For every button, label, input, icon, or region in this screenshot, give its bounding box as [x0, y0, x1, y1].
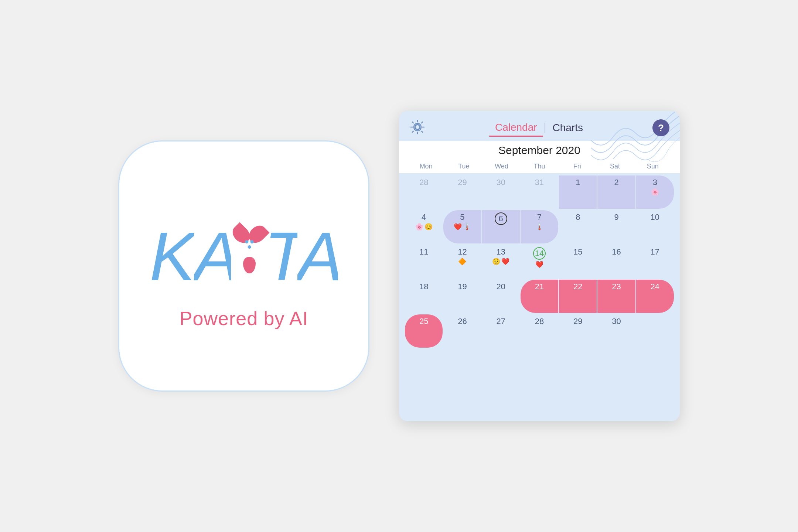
calendar-tab[interactable]: Calendar	[489, 119, 543, 137]
cal-day-22[interactable]: 22	[559, 280, 597, 313]
cal-day-26[interactable]: 26	[443, 314, 481, 348]
month-year-title: September 2020	[405, 141, 674, 161]
calendar-app: Calendar Charts ? September 2020 Mon Tue…	[399, 111, 680, 421]
day-sat: Sat	[596, 161, 634, 173]
letter-k: K	[150, 214, 194, 287]
cal-day-9[interactable]: 9	[597, 210, 635, 243]
powered-by-ai-label: Powered by AI	[180, 307, 308, 330]
cal-day-17[interactable]: 17	[636, 245, 674, 278]
letter-a1: A	[194, 214, 231, 287]
day-3-icons: 🌸	[651, 189, 659, 195]
day-wed: Wed	[483, 161, 521, 173]
cal-day-18[interactable]: 18	[405, 280, 443, 313]
app-card: K A	[118, 140, 369, 392]
cal-day-3[interactable]: 3 🌸	[636, 175, 674, 209]
cal-day-7[interactable]: 7 🌡️	[521, 210, 558, 243]
cal-day-8[interactable]: 8	[559, 210, 597, 243]
calendar-week-1: 28 29 30 31 1 2 3 🌸	[405, 175, 674, 209]
cal-day-13[interactable]: 13 😟 ❤️	[482, 245, 520, 278]
svg-point-6	[415, 125, 420, 129]
day-fri: Fri	[558, 161, 596, 173]
day-13-icons: 😟 ❤️	[492, 258, 509, 265]
cal-day-14[interactable]: 14 ❤️	[521, 245, 558, 278]
cal-day-11[interactable]: 11	[405, 245, 443, 278]
cal-day-31-prev[interactable]: 31	[521, 175, 558, 209]
day-sun: Sun	[634, 161, 672, 173]
cal-day-6[interactable]: 6	[482, 210, 520, 243]
svg-text:A: A	[194, 218, 231, 287]
help-button[interactable]: ?	[652, 119, 669, 136]
cal-day-12[interactable]: 12 🔶	[443, 245, 481, 278]
cal-day-4[interactable]: 4 🌸 😊	[405, 210, 443, 243]
cal-day-2[interactable]: 2	[597, 175, 635, 209]
gear-icon	[409, 119, 426, 135]
calendar-week-2: 4 🌸 😊 5 ❤️ 🌡️ 6 7 🌡️	[405, 210, 674, 243]
svg-text:A: A	[297, 218, 338, 287]
day-headers: Mon Tue Wed Thu Fri Sat Sun	[405, 161, 674, 173]
letter-t: T	[268, 214, 297, 287]
settings-button[interactable]	[409, 119, 426, 137]
day-12-icons: 🔶	[458, 258, 466, 265]
calendar-week-5: 25 26 27 28 29 30	[405, 314, 674, 348]
day-14-icons: ❤️	[535, 261, 543, 268]
cal-day-5[interactable]: 5 ❤️ 🌡️	[443, 210, 481, 243]
cal-day-30[interactable]: 30	[597, 314, 635, 348]
nav-tabs: Calendar Charts	[489, 119, 589, 137]
cal-day-19[interactable]: 19	[443, 280, 481, 313]
day-tue: Tue	[445, 161, 482, 173]
cal-day-empty	[636, 314, 674, 348]
cal-day-15[interactable]: 15	[559, 245, 597, 278]
calendar-white-section: September 2020 Mon Tue Wed Thu Fri Sat S…	[399, 141, 680, 173]
tab-divider	[545, 123, 545, 133]
day-7-icons: 🌡️	[535, 224, 543, 230]
cal-day-10[interactable]: 10	[636, 210, 674, 243]
cal-day-29[interactable]: 29	[559, 314, 597, 348]
svg-text:T: T	[268, 218, 297, 287]
calendar-week-3: 11 12 🔶 13 😟 ❤️ 14 ❤️ 15 16 17	[405, 245, 674, 278]
cal-day-28[interactable]: 28	[521, 314, 558, 348]
letter-a2: A	[297, 214, 338, 287]
cal-day-16[interactable]: 16	[597, 245, 635, 278]
flower-icon	[231, 217, 268, 284]
cal-day-21[interactable]: 21	[521, 280, 558, 313]
calendar-body: 28 29 30 31 1 2 3 🌸 4 🌸 😊	[399, 173, 680, 421]
day-5-icons: ❤️ 🌡️	[454, 224, 471, 230]
day-thu: Thu	[521, 161, 558, 173]
cal-day-1[interactable]: 1	[559, 175, 597, 209]
cal-day-24[interactable]: 24	[636, 280, 674, 313]
app-header: Calendar Charts ?	[399, 111, 680, 141]
svg-text:K: K	[150, 218, 194, 287]
calendar-week-4: 18 19 20 21 22 23 24	[405, 280, 674, 313]
cal-day-29-prev[interactable]: 29	[443, 175, 481, 209]
kata-logo: K A	[163, 202, 325, 299]
charts-tab[interactable]: Charts	[547, 120, 589, 136]
cal-day-20[interactable]: 20	[482, 280, 520, 313]
cal-day-28-prev[interactable]: 28	[405, 175, 443, 209]
day-mon: Mon	[407, 161, 445, 173]
cal-day-30-prev[interactable]: 30	[482, 175, 520, 209]
cal-day-23[interactable]: 23	[597, 280, 635, 313]
cal-day-25[interactable]: 25	[405, 314, 443, 348]
day-4-icons: 🌸 😊	[415, 224, 433, 230]
cal-day-27[interactable]: 27	[482, 314, 520, 348]
